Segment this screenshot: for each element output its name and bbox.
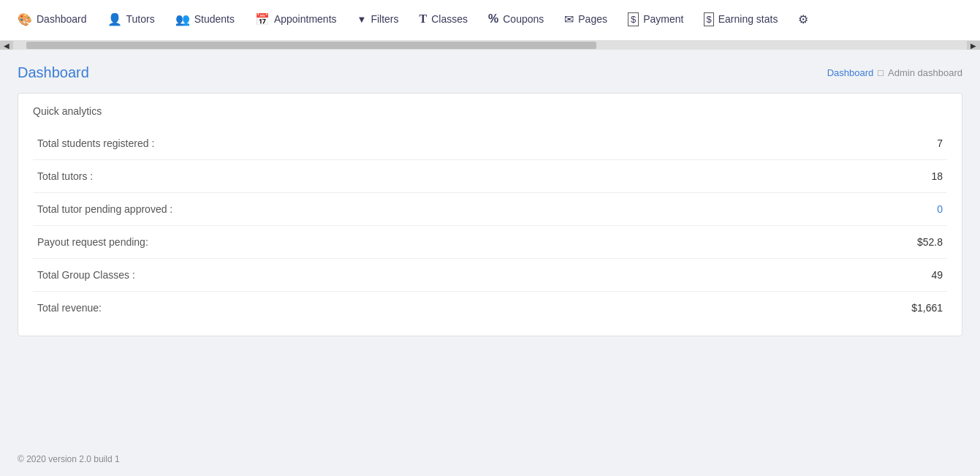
- page-title: Dashboard: [18, 64, 89, 81]
- analytics-card: Quick analytics Total students registere…: [18, 93, 962, 336]
- nav-item-tutors[interactable]: 👤 Tutors: [97, 0, 165, 41]
- horizontal-scrollbar[interactable]: ◀ ▶: [0, 41, 980, 50]
- analytics-label: Total tutor pending approved :: [33, 193, 748, 226]
- payment-icon: $: [628, 12, 639, 26]
- nav-label-classes: Classes: [431, 13, 468, 25]
- scroll-arrow-right[interactable]: ▶: [967, 41, 980, 50]
- nav-label-coupons: Coupons: [503, 13, 544, 25]
- nav-label-earning-stats: Earning stats: [718, 13, 778, 25]
- analytics-label: Total tutors :: [33, 160, 748, 193]
- analytics-row: Total tutor pending approved :0: [33, 193, 947, 226]
- breadcrumb-bar: Dashboard Dashboard □ Admin dashboard: [18, 64, 962, 81]
- analytics-value: 0: [748, 193, 947, 226]
- breadcrumb-current: Admin dashboard: [888, 67, 962, 78]
- top-navigation: 🎨 Dashboard 👤 Tutors 👥 Students 📅 Appoin…: [0, 0, 980, 41]
- nav-item-settings[interactable]: ⚙: [788, 0, 818, 41]
- analytics-row: Total students registered :7: [33, 127, 947, 160]
- breadcrumb-separator: □: [878, 67, 884, 78]
- appointments-icon: 📅: [255, 12, 270, 26]
- nav-item-payment[interactable]: $ Payment: [618, 0, 694, 41]
- nav-label-filters: Filters: [371, 13, 398, 25]
- nav-label-students: Students: [194, 13, 235, 25]
- earning-stats-icon: $: [704, 12, 713, 26]
- nav-item-dashboard[interactable]: 🎨 Dashboard: [7, 0, 97, 41]
- coupons-icon: %: [488, 12, 498, 26]
- nav-label-tutors: Tutors: [126, 13, 155, 25]
- scroll-arrow-left[interactable]: ◀: [0, 41, 13, 50]
- nav-item-appointments[interactable]: 📅 Appointments: [245, 0, 347, 41]
- dashboard-icon: 🎨: [18, 12, 32, 26]
- analytics-value: $52.8: [748, 226, 947, 259]
- scroll-thumb[interactable]: [26, 42, 596, 49]
- analytics-value: $1,661: [748, 292, 947, 325]
- filters-icon: ▼: [357, 14, 367, 25]
- analytics-row: Total revenue:$1,661: [33, 292, 947, 325]
- nav-item-pages[interactable]: ✉ Pages: [554, 0, 618, 41]
- tutors-icon: 👤: [107, 12, 122, 26]
- analytics-card-title: Quick analytics: [33, 105, 947, 117]
- analytics-value: 18: [748, 160, 947, 193]
- analytics-row: Payout request pending:$52.8: [33, 226, 947, 259]
- main-content: Dashboard Dashboard □ Admin dashboard Qu…: [0, 50, 980, 447]
- pages-icon: ✉: [564, 12, 574, 26]
- analytics-label: Total students registered :: [33, 127, 748, 160]
- analytics-table: Total students registered :7Total tutors…: [33, 127, 947, 324]
- nav-label-pages: Pages: [578, 13, 607, 25]
- nav-item-filters[interactable]: ▼ Filters: [347, 0, 409, 41]
- nav-label-appointments: Appointments: [274, 13, 337, 25]
- analytics-value: 7: [748, 127, 947, 160]
- analytics-row: Total Group Classes :49: [33, 259, 947, 292]
- nav-item-classes[interactable]: T Classes: [409, 0, 478, 41]
- nav-item-earning-stats[interactable]: $ Earning stats: [694, 0, 788, 41]
- nav-label-dashboard: Dashboard: [37, 13, 87, 25]
- analytics-value: 49: [748, 259, 947, 292]
- breadcrumb: Dashboard □ Admin dashboard: [827, 67, 962, 78]
- students-icon: 👥: [175, 12, 190, 26]
- nav-item-students[interactable]: 👥 Students: [165, 0, 245, 41]
- nav-label-payment: Payment: [643, 13, 683, 25]
- analytics-row: Total tutors :18: [33, 160, 947, 193]
- analytics-label: Payout request pending:: [33, 226, 748, 259]
- analytics-label: Total Group Classes :: [33, 259, 748, 292]
- nav-item-coupons[interactable]: % Coupons: [478, 0, 554, 41]
- classes-icon: T: [419, 12, 428, 26]
- footer-text: © 2020 version 2.0 build 1: [18, 454, 120, 464]
- footer: © 2020 version 2.0 build 1: [0, 447, 980, 472]
- settings-icon: ⚙: [798, 12, 808, 26]
- breadcrumb-home-link[interactable]: Dashboard: [827, 67, 874, 78]
- analytics-label: Total revenue:: [33, 292, 748, 325]
